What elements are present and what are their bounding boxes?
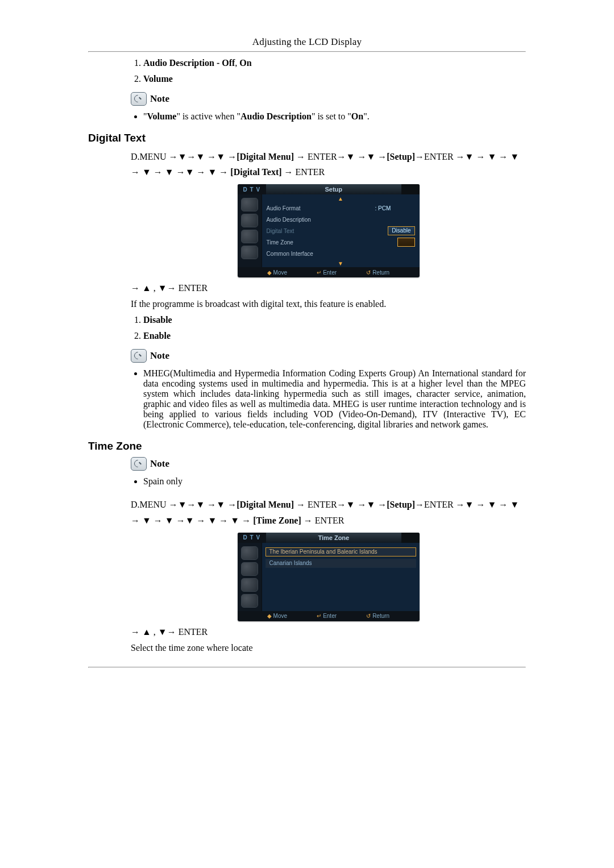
osd-dtv-label: D T V bbox=[238, 184, 267, 194]
note-dt-bullets: MHEG(Multimedia and Hypermedia Informati… bbox=[131, 368, 526, 430]
osd-side-icon bbox=[241, 214, 258, 227]
osd-foot: ◆ Move ↵ Enter ↺ Return bbox=[238, 267, 420, 277]
note-icon bbox=[131, 457, 147, 471]
note-audio-bullet: "Volume" is active when "Audio Descripti… bbox=[143, 111, 526, 122]
header-rule bbox=[88, 51, 526, 52]
nav-after-img-dt: → ▲ , ▼→ ENTER bbox=[131, 283, 526, 293]
note-tz-bullet: Spain only bbox=[143, 476, 526, 487]
list-item-audio-description: Audio Description - Off, On bbox=[143, 58, 526, 68]
digital-text-list: Disable Enable bbox=[131, 315, 526, 341]
page-header-title: Adjusting the LCD Display bbox=[88, 36, 526, 48]
note-icon bbox=[131, 92, 147, 106]
osd-arrow-up: ▲ bbox=[262, 194, 420, 202]
osd-side-icons bbox=[238, 194, 262, 267]
osd-side-icon bbox=[241, 198, 258, 211]
osd-tz-option-selected: The Iberian Peninsula and Balearic Islan… bbox=[265, 547, 416, 556]
heading-time-zone: Time Zone bbox=[88, 440, 526, 452]
time-zone-desc: Select the time zone where locate bbox=[131, 643, 526, 653]
heading-digital-text: Digital Text bbox=[88, 132, 526, 144]
osd-tab-title: Setup bbox=[266, 186, 401, 193]
osd-row-audio-desc: Audio Description bbox=[262, 214, 420, 225]
list-item-disable: Disable bbox=[143, 315, 526, 325]
osd-tab-title: Time Zone bbox=[266, 534, 401, 541]
osd-foot: ◆ Move ↵ Enter ↺ Return bbox=[238, 611, 420, 621]
nav-after-img-tz: → ▲ , ▼→ ENTER bbox=[131, 627, 526, 637]
osd-side-icon bbox=[241, 562, 258, 576]
osd-side-icon bbox=[241, 230, 258, 243]
note-tz-bullets: Spain only bbox=[131, 476, 526, 487]
osd-row-common-interface: Common Interface bbox=[262, 248, 420, 259]
note-time-zone: Note bbox=[131, 457, 526, 471]
nav-path-time-zone: D.MENU →▼→▼ →▼ →[Digital Menu] → ENTER→▼… bbox=[131, 497, 526, 528]
note-audio-bullets: "Volume" is active when "Audio Descripti… bbox=[131, 111, 526, 122]
osd-timezone-screenshot: D T V Time Zone The Iberian Peninsula an… bbox=[238, 533, 420, 621]
footer-rule bbox=[88, 667, 526, 668]
osd-side-icon bbox=[241, 594, 258, 608]
osd-tab-end bbox=[401, 184, 420, 194]
osd-side-icon bbox=[241, 578, 258, 592]
osd-tab-end bbox=[401, 533, 420, 543]
osd-tz-option: Canarian Islands bbox=[265, 559, 416, 568]
note-dt-bullet: MHEG(Multimedia and Hypermedia Informati… bbox=[143, 368, 526, 430]
osd-row-time-zone: Time Zone bbox=[262, 236, 420, 248]
nav-path-digital-text: D.MENU →▼→▼ →▼ →[Digital Menu] → ENTER→▼… bbox=[131, 149, 526, 180]
osd-row-digital-text: Digital Text Disable bbox=[262, 225, 420, 236]
list-item-enable: Enable bbox=[143, 331, 526, 341]
osd-side-icons bbox=[238, 543, 262, 611]
intro-list: Audio Description - Off, On Volume bbox=[131, 58, 526, 84]
note-audio: Note bbox=[131, 92, 526, 106]
osd-dtv-label: D T V bbox=[238, 533, 267, 543]
digital-text-desc: If the programme is broadcast with digit… bbox=[131, 299, 526, 309]
osd-arrow-down: ▼ bbox=[262, 259, 420, 267]
osd-side-icon bbox=[241, 246, 258, 259]
list-item-volume: Volume bbox=[143, 74, 526, 84]
note-digital-text: Note bbox=[131, 349, 526, 363]
osd-row-audio-format: Audio Format : PCM bbox=[262, 202, 420, 214]
osd-setup-screenshot: D T V Setup ▲ Audio Format : PCM bbox=[238, 184, 420, 277]
osd-side-icon bbox=[241, 546, 258, 560]
note-icon bbox=[131, 349, 147, 363]
